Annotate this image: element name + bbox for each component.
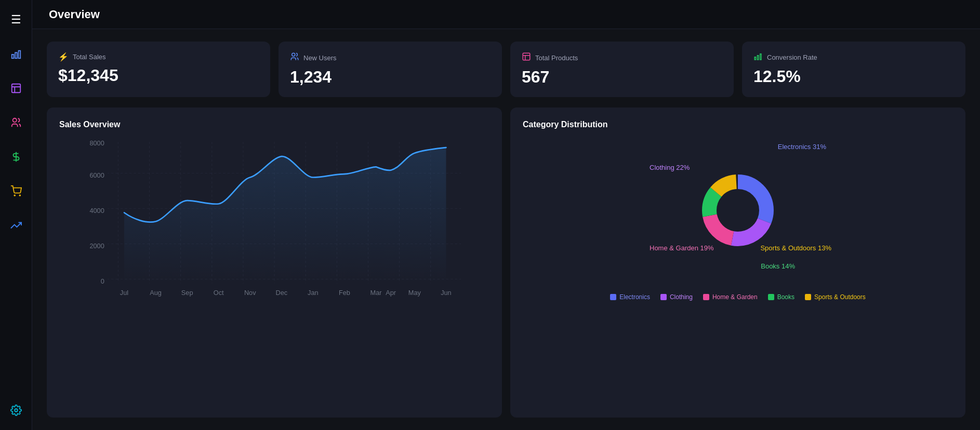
svg-text:Jul: Jul	[120, 289, 128, 297]
legend-sports: Sports & Outdoors	[805, 293, 866, 301]
svg-text:Mar: Mar	[370, 289, 382, 297]
kpi-card-total-sales: ⚡ Total Sales $12,345	[47, 42, 270, 97]
kpi-label-total-products: Total Products	[535, 54, 578, 62]
svg-text:2000: 2000	[89, 242, 104, 250]
donut-area: Electronics 31% Clothing 22% Home & Gard…	[523, 138, 953, 301]
lightning-icon: ⚡	[58, 52, 69, 62]
header: Overview	[32, 0, 980, 29]
kpi-label-conversion-rate: Conversion Rate	[767, 53, 817, 61]
legend-label-books: Books	[777, 293, 794, 301]
main-area: Overview ⚡ Total Sales $12,345 New Users	[32, 0, 980, 430]
svg-text:Oct: Oct	[214, 289, 224, 297]
legend-label-clothing: Clothing	[670, 293, 693, 301]
sidebar-item-products[interactable]	[7, 79, 25, 98]
svg-rect-11	[754, 57, 756, 60]
sales-chart-title: Sales Overview	[59, 120, 489, 129]
label-books: Books 14%	[761, 262, 795, 270]
svg-text:8000: 8000	[89, 139, 104, 147]
svg-rect-12	[758, 56, 759, 60]
legend-books: Books	[768, 293, 794, 301]
legend-label-electronics: Electronics	[619, 293, 650, 301]
charts-row: Sales Overview 0 2000 4000	[47, 108, 965, 418]
kpi-card-total-products: Total Products 567	[510, 42, 734, 97]
kpi-label-new-users: New Users	[303, 54, 337, 62]
sidebar-item-analytics[interactable]	[7, 45, 25, 63]
svg-text:Aug: Aug	[150, 289, 162, 297]
sidebar-item-users[interactable]	[7, 113, 25, 132]
svg-rect-3	[11, 84, 20, 93]
kpi-header-total-products: Total Products	[522, 52, 722, 63]
svg-rect-0	[11, 55, 14, 58]
svg-text:0: 0	[101, 277, 104, 285]
svg-point-37	[717, 190, 759, 231]
legend-electronics: Electronics	[610, 293, 650, 301]
svg-point-9	[292, 53, 295, 56]
page-title: Overview	[49, 8, 100, 21]
legend-dot-clothing	[660, 294, 667, 300]
legend-label-home-garden: Home & Garden	[712, 293, 758, 301]
kpi-value-new-users: 1,234	[290, 68, 491, 87]
kpi-value-conversion-rate: 12.5%	[753, 67, 954, 86]
label-electronics: Electronics 31%	[778, 143, 826, 151]
svg-rect-1	[15, 52, 17, 58]
legend-clothing: Clothing	[660, 293, 693, 301]
svg-point-8	[15, 409, 18, 412]
svg-text:Apr: Apr	[386, 289, 396, 297]
svg-text:Sep: Sep	[181, 289, 193, 297]
svg-text:6000: 6000	[89, 171, 104, 179]
svg-text:Feb: Feb	[339, 289, 350, 297]
svg-rect-10	[523, 53, 530, 60]
svg-point-4	[12, 118, 16, 122]
kpi-header-conversion-rate: Conversion Rate	[753, 52, 954, 63]
sidebar-item-finance[interactable]	[7, 147, 25, 166]
users-icon	[290, 52, 299, 63]
kpi-card-new-users: New Users 1,234	[279, 42, 502, 97]
legend-dot-books	[768, 294, 774, 300]
sidebar-item-trends[interactable]	[7, 216, 25, 235]
chart-icon	[753, 52, 763, 63]
legend-label-sports: Sports & Outdoors	[814, 293, 866, 301]
donut-legend: Electronics Clothing Home & Garden	[610, 293, 866, 301]
svg-point-7	[19, 195, 20, 196]
legend-home-garden: Home & Garden	[703, 293, 758, 301]
kpi-label-total-sales: Total Sales	[73, 53, 106, 61]
svg-text:Dec: Dec	[275, 289, 287, 297]
kpi-value-total-sales: $12,345	[58, 66, 259, 85]
kpi-card-conversion-rate: Conversion Rate 12.5%	[742, 42, 965, 97]
svg-text:4000: 4000	[89, 207, 104, 214]
kpi-value-total-products: 567	[522, 68, 722, 87]
kpi-row: ⚡ Total Sales $12,345 New Users 1,234	[47, 42, 965, 97]
svg-text:May: May	[408, 289, 421, 297]
svg-rect-13	[760, 54, 761, 60]
content: ⚡ Total Sales $12,345 New Users 1,234	[32, 29, 980, 430]
legend-dot-electronics	[610, 294, 616, 300]
sidebar-item-cart[interactable]	[7, 182, 25, 200]
kpi-header-new-users: New Users	[290, 52, 491, 63]
sales-chart-area: 0 2000 4000 6000 8000 Jul Aug Sep Oct No…	[59, 138, 489, 314]
products-icon	[522, 52, 531, 63]
sales-overview-card: Sales Overview 0 2000 4000	[47, 108, 502, 418]
category-distribution-card: Category Distribution Electronics 31% Cl…	[510, 108, 965, 418]
svg-point-6	[14, 195, 15, 196]
menu-icon[interactable]: ☰	[7, 10, 25, 29]
donut-chart-title: Category Distribution	[523, 120, 953, 129]
kpi-header-total-sales: ⚡ Total Sales	[58, 52, 259, 62]
svg-text:Nov: Nov	[244, 289, 256, 297]
svg-text:Jan: Jan	[308, 289, 319, 297]
svg-rect-2	[18, 51, 20, 59]
legend-dot-sports	[805, 294, 811, 300]
legend-dot-home-garden	[703, 294, 709, 300]
label-clothing: Clothing 22%	[650, 164, 690, 171]
sidebar: ☰	[0, 0, 32, 430]
svg-text:Jun: Jun	[441, 289, 452, 297]
sidebar-item-settings[interactable]	[7, 401, 25, 420]
